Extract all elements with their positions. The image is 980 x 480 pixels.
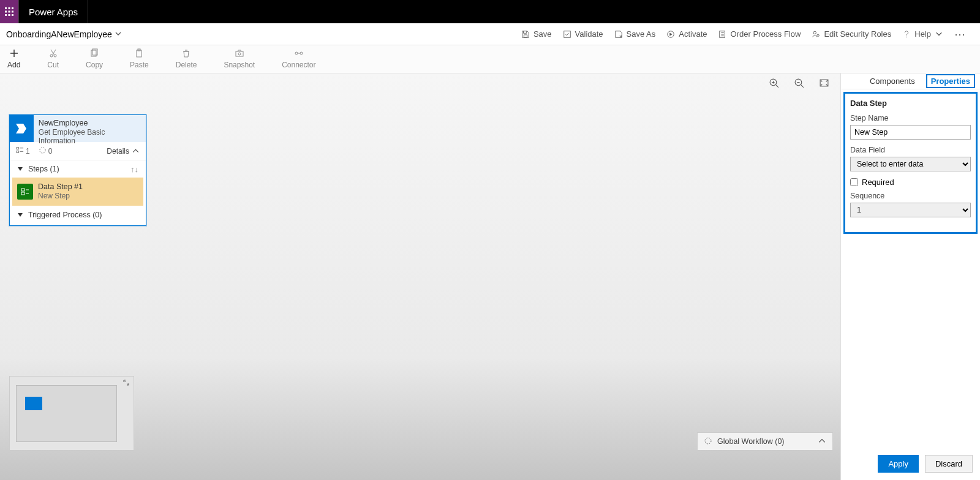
apply-button[interactable]: Apply xyxy=(878,455,919,473)
save-button[interactable]: Save xyxy=(521,29,552,39)
more-button[interactable]: ⋯ xyxy=(954,28,967,41)
data-step-icon xyxy=(17,184,33,200)
stage-name-label: Get Employee Basic Information xyxy=(39,128,141,146)
global-workflow-bar[interactable]: Global Workflow (0) xyxy=(697,432,833,451)
panel-title: Data Step xyxy=(850,99,971,108)
global-workflow-label: Global Workflow (0) xyxy=(717,437,785,446)
app-name: Power Apps xyxy=(19,7,88,17)
stage-chevron-icon xyxy=(10,115,34,142)
save-as-button[interactable]: Save As xyxy=(614,29,656,39)
svg-point-12 xyxy=(813,31,816,34)
steps-header-label: Steps (1) xyxy=(28,165,59,173)
details-label: Details xyxy=(107,147,129,156)
minimap-stage-marker xyxy=(25,397,42,410)
svg-rect-8 xyxy=(12,14,13,16)
svg-rect-28 xyxy=(17,147,19,149)
triangle-down-icon xyxy=(17,212,23,218)
flow-name-dropdown[interactable]: OnboardingANewEmployee xyxy=(0,29,122,39)
copy-label: Copy xyxy=(86,61,103,69)
svg-rect-6 xyxy=(5,14,7,16)
cut-button[interactable]: Cut xyxy=(34,48,72,73)
right-panel-tabs: Components Properties xyxy=(841,73,980,89)
data-step-item[interactable]: Data Step #1 New Step xyxy=(12,178,143,206)
svg-rect-0 xyxy=(5,7,7,9)
zoom-in-icon[interactable] xyxy=(769,78,779,91)
svg-rect-7 xyxy=(9,14,10,16)
data-field-select[interactable]: Select to enter data xyxy=(850,157,971,171)
save-label: Save xyxy=(533,29,552,39)
required-label: Required xyxy=(862,178,894,187)
edit-security-roles-label: Edit Security Roles xyxy=(824,29,891,39)
svg-rect-9 xyxy=(564,31,570,37)
tab-properties[interactable]: Properties xyxy=(926,74,975,88)
step-name-field-label: Step Name xyxy=(850,114,971,122)
svg-rect-2 xyxy=(12,7,13,9)
chevron-up-icon xyxy=(132,147,140,155)
activate-button[interactable]: Activate xyxy=(666,29,707,39)
stat-count-2: 0 xyxy=(48,147,53,156)
svg-rect-31 xyxy=(21,189,24,191)
svg-point-14 xyxy=(907,36,907,37)
add-button[interactable]: Add xyxy=(0,48,34,73)
expand-minimap-icon[interactable] xyxy=(123,378,131,386)
triggered-process-section[interactable]: Triggered Process (0) xyxy=(10,208,146,225)
stage-card[interactable]: NewEmployee Get Employee Basic Informati… xyxy=(9,114,146,226)
chevron-up-icon[interactable] xyxy=(818,437,826,447)
help-button[interactable]: Help xyxy=(902,29,943,39)
svg-point-15 xyxy=(50,54,53,57)
delete-button[interactable]: Delete xyxy=(162,48,211,73)
triangle-down-icon xyxy=(17,166,23,172)
save-as-label: Save As xyxy=(627,29,656,39)
activate-label: Activate xyxy=(679,29,707,39)
triggered-process-label: Triggered Process (0) xyxy=(28,211,102,219)
svg-rect-3 xyxy=(5,11,7,13)
right-panel: Components Properties Data Step Step Nam… xyxy=(840,73,980,480)
chevron-down-icon xyxy=(115,29,122,39)
connector-button[interactable]: Connector xyxy=(268,48,329,73)
reorder-arrows-icon[interactable]: ↑↓ xyxy=(130,165,138,174)
stage-header[interactable]: NewEmployee Get Employee Basic Informati… xyxy=(10,115,146,142)
stage-entity-label: NewEmployee xyxy=(39,119,141,128)
paste-button[interactable]: Paste xyxy=(116,48,162,73)
workflow-icon xyxy=(704,437,712,447)
ribbon: Add Cut Copy Paste Delete Snapshot Conne… xyxy=(0,45,980,73)
step-name-input[interactable] xyxy=(850,125,971,140)
fit-to-screen-icon[interactable] xyxy=(819,78,829,91)
svg-rect-1 xyxy=(9,7,10,9)
delete-label: Delete xyxy=(176,61,197,69)
steps-section-header[interactable]: Steps (1) ↑↓ xyxy=(10,160,146,178)
required-checkbox[interactable] xyxy=(850,178,858,186)
waffle-icon[interactable] xyxy=(0,0,18,23)
copy-button[interactable]: Copy xyxy=(72,48,116,73)
tab-components[interactable]: Components xyxy=(866,75,919,87)
minimap[interactable] xyxy=(9,376,134,451)
step-title-label: Data Step #1 xyxy=(38,182,83,192)
snapshot-button[interactable]: Snapshot xyxy=(210,48,268,73)
sequence-select[interactable]: 1 xyxy=(850,203,971,217)
add-label: Add xyxy=(7,61,20,69)
process-count-icon xyxy=(39,146,47,156)
svg-point-22 xyxy=(238,53,241,55)
title-bar: Power Apps xyxy=(0,0,980,23)
discard-button[interactable]: Discard xyxy=(925,455,973,473)
edit-security-roles-button[interactable]: Edit Security Roles xyxy=(812,29,891,39)
stat-count-1: 1 xyxy=(26,147,30,156)
step-name-label: New Step xyxy=(38,192,83,200)
validate-button[interactable]: Validate xyxy=(563,29,603,39)
header-row: OnboardingANewEmployee Save Validate Sav… xyxy=(0,23,980,45)
svg-rect-4 xyxy=(9,11,10,13)
zoom-out-icon[interactable] xyxy=(794,78,804,91)
svg-point-16 xyxy=(54,54,56,57)
minimap-viewport[interactable] xyxy=(16,385,117,442)
snapshot-label: Snapshot xyxy=(224,61,255,69)
data-field-label: Data Field xyxy=(850,146,971,154)
svg-point-30 xyxy=(40,147,45,152)
properties-footer: Apply Discard xyxy=(841,448,980,480)
order-process-flow-button[interactable]: Order Process Flow xyxy=(718,29,801,39)
canvas[interactable]: NewEmployee Get Employee Basic Informati… xyxy=(0,73,840,480)
help-label: Help xyxy=(914,29,931,39)
svg-point-24 xyxy=(300,52,303,54)
properties-panel: Data Step Step Name Data Field Select to… xyxy=(843,92,978,234)
details-toggle[interactable]: Details xyxy=(107,147,140,156)
connector-label: Connector xyxy=(282,61,315,69)
